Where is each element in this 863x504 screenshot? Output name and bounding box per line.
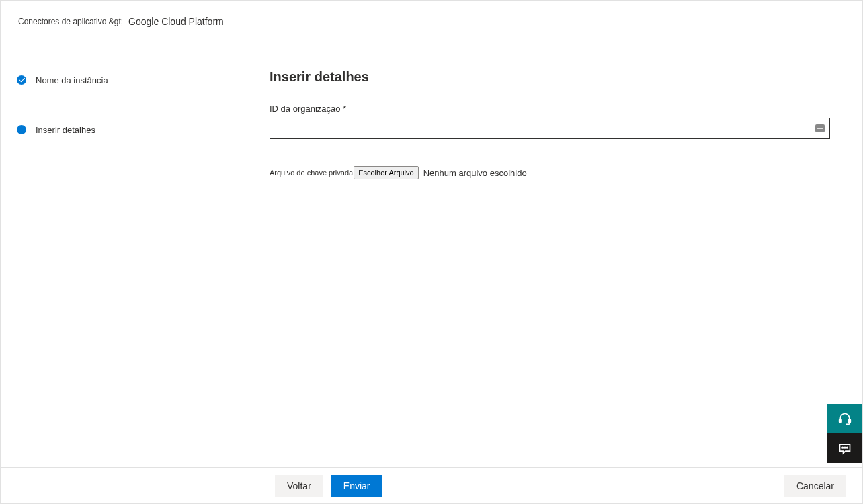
svg-point-4 (847, 447, 848, 448)
ellipsis-icon[interactable] (815, 124, 825, 132)
page-title: Inserir detalhes (270, 69, 830, 85)
step-instance-name[interactable]: Nome da instância (17, 71, 223, 89)
private-key-label: Arquivo de chave privada (270, 169, 353, 177)
check-icon (17, 75, 26, 85)
step-enter-details[interactable]: Inserir detalhes (17, 120, 223, 139)
header: Conectores de aplicativo &gt; Google Clo… (1, 1, 862, 42)
main-panel: Inserir detalhes ID da organização * Arq… (237, 42, 862, 467)
back-button[interactable]: Voltar (275, 475, 323, 497)
breadcrumb-current: Google Cloud Platform (128, 16, 224, 27)
file-row: Arquivo de chave privada Escolher Arquiv… (270, 166, 830, 179)
step-label: Inserir detalhes (36, 125, 95, 135)
org-id-label: ID da organização * (270, 103, 830, 114)
sidebar: Nome da instância Inserir detalhes (1, 42, 237, 467)
svg-rect-1 (848, 419, 850, 423)
floating-actions (827, 404, 862, 463)
step-label: Nome da instância (36, 75, 108, 85)
choose-file-button[interactable]: Escolher Arquivo (354, 166, 419, 179)
feedback-button[interactable] (827, 433, 862, 463)
svg-point-2 (842, 447, 844, 448)
step-connector (22, 85, 22, 115)
chat-icon (838, 442, 852, 455)
footer: Voltar Enviar Cancelar (1, 467, 862, 503)
breadcrumb: Conectores de aplicativo &gt; Google Clo… (18, 16, 224, 27)
breadcrumb-root[interactable]: Conectores de aplicativo &gt; (18, 17, 123, 26)
svg-rect-0 (839, 419, 841, 423)
org-id-input[interactable] (270, 118, 830, 139)
file-status: Nenhum arquivo escolhido (423, 168, 527, 178)
support-button[interactable] (827, 404, 862, 433)
dot-icon (17, 125, 26, 134)
headset-icon (838, 412, 852, 425)
svg-point-3 (844, 447, 846, 448)
body: Nome da instância Inserir detalhes Inser… (1, 42, 862, 467)
submit-button[interactable]: Enviar (331, 475, 382, 497)
cancel-button[interactable]: Cancelar (784, 475, 846, 497)
org-id-input-wrap (270, 118, 830, 139)
